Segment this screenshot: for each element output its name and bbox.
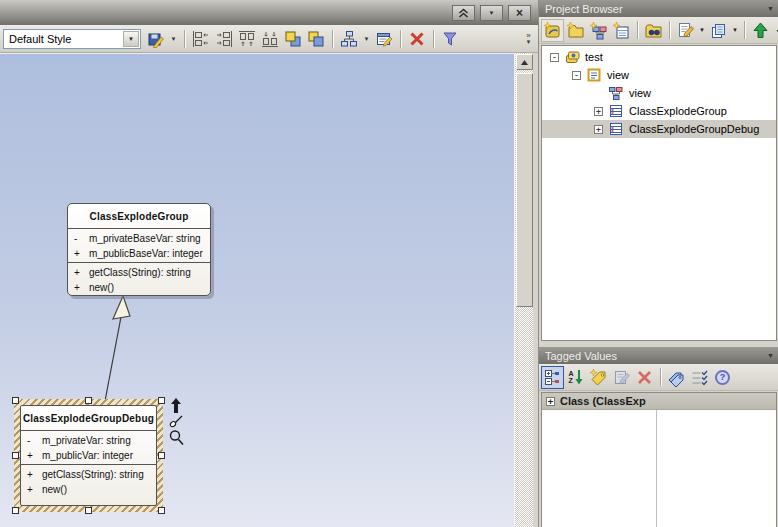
resize-handle[interactable]	[85, 507, 92, 514]
collapse-expander-icon[interactable]: -	[550, 53, 559, 62]
hierarchy-icon[interactable]	[338, 28, 360, 50]
class-attribute: -m_privateBaseVar: string	[68, 231, 210, 246]
resize-handle[interactable]	[12, 397, 19, 404]
expand-expander-icon[interactable]: +	[546, 397, 555, 406]
bring-forward-icon[interactable]	[282, 28, 304, 50]
diagram-canvas[interactable]: ClassExplodeGroup -m_privateBaseVar: str…	[0, 53, 514, 527]
selection-hatch-border[interactable]: ClassExplodeGroupDebug -m_privateVar: st…	[14, 399, 163, 512]
categorized-view-icon[interactable]	[541, 366, 564, 389]
scrollbar-thumb[interactable]	[516, 73, 533, 307]
class-box-parent[interactable]: ClassExplodeGroup -m_privateBaseVar: str…	[67, 203, 211, 296]
new-model-icon[interactable]	[541, 19, 564, 42]
diagram-pane: ▼ × Default Style ▼ ▼	[0, 0, 538, 527]
expand-expander-icon[interactable]: +	[594, 125, 603, 134]
collapse-double-chevron-icon[interactable]	[452, 5, 475, 21]
close-icon[interactable]: ×	[508, 5, 531, 21]
selection-quick-icons	[166, 395, 188, 455]
collapse-expander-icon[interactable]: -	[572, 71, 581, 80]
style-combo[interactable]: Default Style ▼	[3, 29, 141, 49]
style-combo-value: Default Style	[9, 33, 71, 45]
help-icon[interactable]: ?	[711, 366, 734, 389]
attributes-compartment: -m_privateVar: string +m_publicVar: inte…	[21, 431, 156, 465]
resize-handle[interactable]	[12, 452, 19, 459]
panel-menu-icon[interactable]: ▼	[767, 5, 774, 12]
tree-item-classexplodegroupdebug[interactable]: + ClassExplodeGroupDebug	[542, 120, 776, 138]
class-box-selected[interactable]: ClassExplodeGroupDebug -m_privateVar: st…	[20, 405, 157, 506]
class-icon	[608, 121, 624, 137]
tree-item-label: test	[585, 51, 603, 63]
class-attribute: +m_publicBaseVar: integer	[68, 246, 210, 261]
send-backward-icon[interactable]	[305, 28, 327, 50]
package-view-icon	[586, 67, 602, 83]
class-attribute: -m_privateVar: string	[21, 433, 156, 448]
attributes-compartment: -m_privateBaseVar: string +m_publicBaseV…	[68, 229, 210, 263]
resize-handle[interactable]	[158, 452, 165, 459]
copy-dropdown-icon[interactable]: ▼	[730, 19, 740, 42]
expand-expander-icon[interactable]: +	[594, 107, 603, 116]
tagged-values-grid[interactable]: + Class (ClassExp	[541, 392, 777, 527]
tree-item-label: view	[629, 87, 651, 99]
magnifier-icon[interactable]	[166, 428, 186, 448]
panel-menu-icon[interactable]: ▼	[767, 352, 774, 359]
operations-compartment: +getClass(String): string +new()	[21, 465, 156, 497]
tagged-values-titlebar[interactable]: Tagged Values ▼	[539, 347, 778, 364]
tags-stack-icon[interactable]	[665, 366, 688, 389]
find-in-browser-icon[interactable]	[642, 19, 665, 42]
tree-item-test[interactable]: - test	[542, 48, 776, 66]
tree-item-view-diagram[interactable]: view	[542, 84, 776, 102]
filter-icon[interactable]	[439, 28, 461, 50]
align-right-icon[interactable]	[213, 28, 235, 50]
save-style-dropdown-icon[interactable]: ▼	[168, 28, 179, 50]
resize-handle[interactable]	[85, 397, 92, 404]
align-bottom-icon[interactable]	[259, 28, 281, 50]
toolbar-separator	[660, 368, 661, 386]
class-operation: +getClass(String): string	[21, 467, 156, 482]
new-element-icon[interactable]	[610, 19, 633, 42]
diagram-toolbar: Default Style ▼ ▼	[0, 25, 538, 53]
project-browser-tree[interactable]: - test - view view + ClassExplodeGroup	[541, 45, 777, 341]
panel-title-text: Project Browser	[545, 3, 623, 15]
tree-item-label: view	[607, 69, 629, 81]
tree-item-classexplodegroup[interactable]: + ClassExplodeGroup	[542, 102, 776, 120]
properties-icon[interactable]	[373, 28, 395, 50]
delete-icon[interactable]	[406, 28, 428, 50]
new-tag-icon[interactable]	[587, 366, 610, 389]
move-down-icon[interactable]	[772, 19, 778, 42]
align-top-icon[interactable]	[236, 28, 258, 50]
delete-tag-icon[interactable]	[633, 366, 656, 389]
resize-handle[interactable]	[12, 507, 19, 514]
resize-handle[interactable]	[158, 397, 165, 404]
toolbar-separator	[669, 21, 670, 39]
window-menu-down-icon[interactable]: ▼	[480, 5, 503, 21]
tree-item-label: ClassExplodeGroupDebug	[629, 123, 759, 135]
column-divider[interactable]	[656, 410, 657, 527]
tree-item-view-package[interactable]: - view	[542, 66, 776, 84]
copy-icon[interactable]	[707, 19, 730, 42]
save-style-icon[interactable]	[145, 28, 167, 50]
class-name: ClassExplodeGroup	[68, 204, 210, 229]
scroll-up-icon[interactable]	[516, 54, 533, 70]
edit-document-icon[interactable]	[674, 19, 697, 42]
diagram-pane-caption[interactable]: ▼ ×	[0, 0, 538, 25]
hierarchy-dropdown-icon[interactable]: ▼	[361, 28, 372, 50]
canvas-vertical-scrollbar[interactable]	[514, 53, 533, 527]
project-browser-titlebar[interactable]: Project Browser ▼	[539, 0, 778, 17]
move-up-icon[interactable]	[749, 19, 772, 42]
tagged-values-group-row[interactable]: + Class (ClassExp	[542, 393, 776, 410]
checklist-icon[interactable]	[688, 366, 711, 389]
align-left-icon[interactable]	[190, 28, 212, 50]
toolbar-separator	[744, 21, 745, 39]
combo-dropdown-icon[interactable]: ▼	[123, 31, 139, 47]
sort-az-icon[interactable]: AZ	[564, 366, 587, 389]
toolbar-overflow-icon[interactable]: » ▼	[522, 26, 535, 52]
class-attribute: +m_publicVar: integer	[21, 448, 156, 463]
class-icon	[608, 103, 624, 119]
edit-tag-icon[interactable]	[610, 366, 633, 389]
toolbar-separator	[433, 30, 434, 48]
edit-document-dropdown-icon[interactable]: ▼	[697, 19, 707, 42]
group-row-label: Class (ClassExp	[560, 395, 646, 407]
class-name: ClassExplodeGroupDebug	[21, 406, 156, 431]
new-package-icon[interactable]	[564, 19, 587, 42]
resize-handle[interactable]	[158, 507, 165, 514]
new-diagram-icon[interactable]	[587, 19, 610, 42]
